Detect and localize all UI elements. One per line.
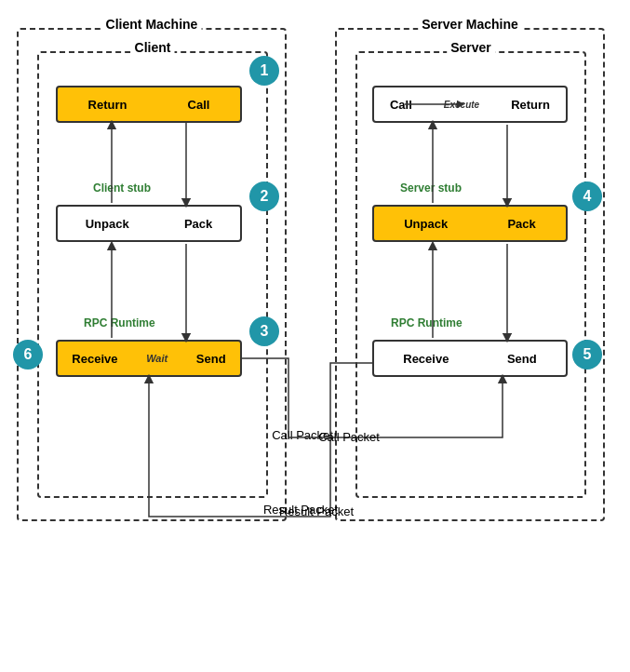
badge-6: 6 bbox=[13, 340, 43, 370]
server-stub-box: Unpack Pack bbox=[372, 205, 568, 242]
server-send-label: Send bbox=[507, 352, 537, 366]
client-wait-label: Wait bbox=[146, 353, 168, 364]
server-call-label: Call bbox=[390, 98, 412, 112]
client-return-label: Return bbox=[88, 98, 127, 112]
client-send-label: Send bbox=[196, 352, 226, 366]
badge-2: 2 bbox=[249, 181, 279, 211]
server-receive-label: Receive bbox=[403, 352, 449, 366]
client-pack-label: Pack bbox=[184, 217, 212, 231]
server-label: Server bbox=[447, 40, 495, 55]
server-stub-label: Server stub bbox=[400, 181, 462, 195]
server-unpack-label: Unpack bbox=[404, 217, 448, 231]
client-call-label: Call bbox=[188, 98, 210, 112]
client-stub-box: Unpack Pack bbox=[56, 205, 242, 242]
server-bottom-box: Receive Send bbox=[372, 340, 568, 377]
server-pack-label: Pack bbox=[507, 217, 535, 231]
client-machine-label: Client Machine bbox=[102, 17, 202, 32]
client-bottom-box: Receive Wait Send bbox=[56, 340, 242, 377]
result-packet-text: Result Packet bbox=[251, 504, 382, 518]
call-packet-text: Call Packet bbox=[288, 430, 409, 444]
rpc-runtime-server-label: RPC Runtime bbox=[391, 316, 462, 329]
client-top-box: Return Call bbox=[56, 86, 242, 123]
client-label: Client bbox=[131, 40, 175, 55]
badge-4: 4 bbox=[572, 181, 602, 211]
badge-1: 1 bbox=[249, 56, 279, 86]
diagram: Client Machine Server Machine Client Ser… bbox=[0, 0, 630, 672]
client-stub-label: Client stub bbox=[93, 181, 151, 195]
badge-5: 5 bbox=[572, 340, 602, 370]
execute-label: Execute bbox=[444, 100, 479, 110]
client-receive-label: Receive bbox=[72, 352, 117, 366]
client-unpack-label: Unpack bbox=[86, 217, 129, 231]
server-top-box: Call Execute Return bbox=[372, 86, 568, 123]
rpc-runtime-client-label: RPC Runtime bbox=[84, 316, 155, 329]
server-machine-label: Server Machine bbox=[418, 17, 522, 32]
server-return-label: Return bbox=[511, 98, 550, 112]
badge-3: 3 bbox=[249, 316, 279, 346]
